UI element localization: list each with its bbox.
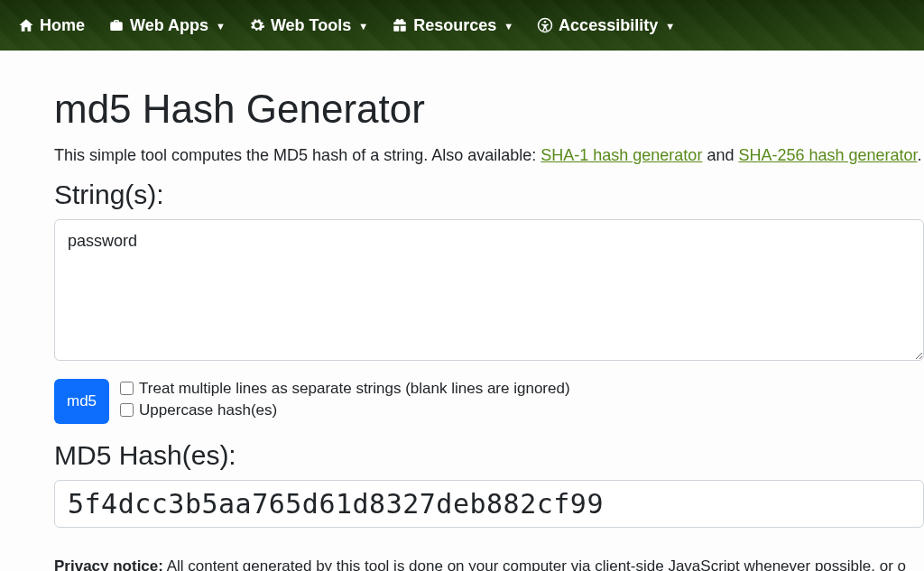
intro-text-and: and	[702, 146, 738, 164]
string-input[interactable]	[54, 219, 924, 361]
strings-heading: String(s):	[54, 180, 924, 210]
opt-uppercase-checkbox[interactable]	[120, 403, 134, 417]
controls-row: md5 Treat multiple lines as separate str…	[54, 379, 924, 424]
hash-output[interactable]: 5f4dcc3b5aa765d61d8327deb882cf99	[54, 480, 924, 528]
nav-webtools-label: Web Tools	[271, 16, 351, 35]
opt-uppercase-label[interactable]: Uppercase hash(es)	[120, 401, 570, 419]
nav-webtools[interactable]: Web Tools ▼	[240, 9, 377, 42]
intro-text-prefix: This simple tool computes the MD5 hash o…	[54, 146, 541, 164]
intro-text-suffix: .	[918, 146, 922, 164]
opt-multiline-label[interactable]: Treat multiple lines as separate strings…	[120, 380, 570, 398]
nav-accessibility-label: Accessibility	[559, 16, 658, 35]
home-icon	[18, 17, 34, 33]
opt-multiline-text: Treat multiple lines as separate strings…	[139, 380, 570, 398]
privacy-notice: Privacy notice: All content generated by…	[54, 555, 924, 571]
chevron-down-icon: ▼	[665, 21, 675, 32]
briefcase-icon	[108, 17, 125, 33]
opt-multiline-checkbox[interactable]	[120, 382, 134, 395]
top-navbar: Home Web Apps ▼ Web Tools ▼ Resources ▼ …	[0, 0, 924, 51]
gift-icon	[392, 17, 408, 33]
nav-resources[interactable]: Resources ▼	[383, 9, 522, 42]
options-column: Treat multiple lines as separate strings…	[120, 379, 570, 419]
opt-uppercase-text: Uppercase hash(es)	[139, 401, 277, 419]
nav-accessibility[interactable]: Accessibility ▼	[528, 9, 684, 42]
chevron-down-icon: ▼	[358, 21, 368, 32]
nav-home-label: Home	[40, 16, 85, 35]
md5-button[interactable]: md5	[54, 379, 109, 424]
nav-webapps-label: Web Apps	[130, 16, 208, 35]
link-sha1[interactable]: SHA-1 hash generator	[541, 146, 702, 164]
chevron-down-icon: ▼	[504, 21, 513, 32]
chevron-down-icon: ▼	[216, 21, 226, 32]
nav-webapps[interactable]: Web Apps ▼	[99, 9, 235, 42]
accessibility-icon	[537, 17, 553, 33]
page-title: md5 Hash Generator	[54, 87, 924, 132]
intro-paragraph: This simple tool computes the MD5 hash o…	[54, 143, 924, 169]
nav-resources-label: Resources	[413, 16, 496, 35]
hash-output-heading: MD5 Hash(es):	[54, 440, 924, 471]
svg-point-1	[544, 21, 547, 23]
main-content: md5 Hash Generator This simple tool comp…	[0, 51, 924, 571]
privacy-label: Privacy notice:	[54, 557, 163, 571]
gears-icon	[249, 17, 265, 33]
nav-home[interactable]: Home	[9, 9, 94, 42]
privacy-line1: All content generated by this tool is do…	[163, 557, 906, 571]
link-sha256[interactable]: SHA-256 hash generator	[738, 146, 917, 164]
